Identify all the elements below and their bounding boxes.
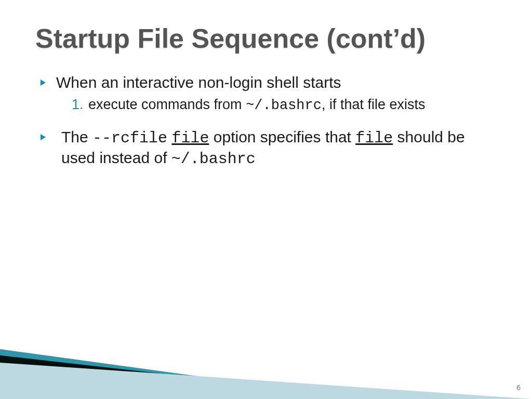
numbered-marker: 1.: [72, 96, 84, 114]
sub-text-pre: execute commands from: [88, 97, 246, 112]
bullet-1: When an interactive non-login shell star…: [41, 73, 490, 115]
bullet-1-text: When an interactive non-login shell star…: [56, 74, 341, 91]
b2-mid: option specifies that: [209, 128, 355, 145]
slide-body: When an interactive non-login shell star…: [41, 73, 490, 175]
triangle-bullet-icon: [41, 79, 46, 86]
slide-footer-deco: [0, 326, 532, 399]
svg-marker-0: [0, 349, 364, 399]
bullet-1-sub: 1. execute commands from ~/.bashrc, if t…: [72, 96, 490, 115]
svg-marker-2: [0, 363, 532, 399]
code-bashrc-2: ~/.bashrc: [171, 150, 256, 168]
bullet-2: The --rcfile file option specifies that …: [41, 127, 490, 169]
slide-title: Startup File Sequence (cont’d): [35, 23, 425, 54]
flag-rcfile: --rcfile: [92, 129, 167, 147]
svg-marker-1: [0, 355, 384, 399]
slide-number: 6: [516, 383, 521, 392]
sub-text-post: , if that file exists: [322, 97, 425, 112]
code-bashrc-1: ~/.bashrc: [246, 98, 322, 113]
triangle-bullet-icon: [41, 134, 46, 140]
file-arg-1: file: [171, 129, 209, 147]
b2-pre: The: [61, 128, 92, 145]
file-arg-2: file: [355, 129, 393, 147]
